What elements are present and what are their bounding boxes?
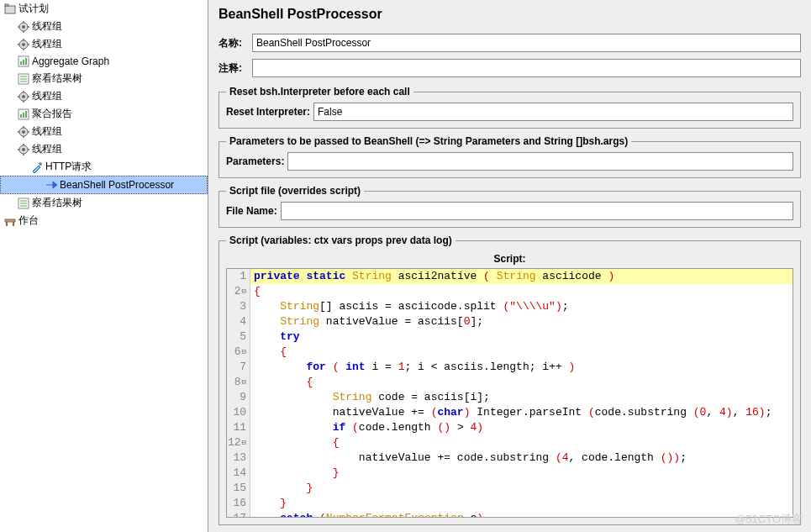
params-legend: Parameters to be passed to BeanShell (=>…: [226, 135, 631, 147]
tree-item-label: 线程组: [32, 142, 62, 156]
svg-rect-29: [20, 114, 22, 118]
params-label: Parameters:: [226, 155, 284, 167]
tree-item[interactable]: 聚合报告: [0, 105, 208, 123]
name-label: 名称:: [219, 36, 247, 50]
tree-item[interactable]: 线程组: [0, 87, 208, 105]
tree-item[interactable]: 线程组: [0, 35, 208, 53]
svg-rect-50: [6, 222, 8, 226]
svg-point-39: [22, 148, 25, 151]
arrow-icon: [45, 178, 58, 192]
tree-item[interactable]: 线程组: [0, 123, 208, 140]
svg-rect-30: [23, 113, 24, 118]
editor-code[interactable]: private static String ascii2native ( Str…: [250, 269, 793, 517]
file-fieldset: Script file (overrides script) File Name…: [219, 185, 801, 228]
report-icon: [17, 55, 30, 68]
reset-legend: Reset bsh.Interpreter before each call: [226, 86, 413, 97]
svg-point-9: [22, 43, 25, 46]
main-panel: BeanShell PostProcessor 名称: 注释: Reset bs…: [208, 0, 811, 532]
script-fieldset: Script (variables: ctx vars props prev d…: [219, 234, 801, 525]
tree-beanshell-postprocessor[interactable]: BeanShell PostProcessor: [0, 176, 208, 194]
gear-icon: [17, 90, 30, 103]
testplan-icon: [3, 3, 17, 16]
script-header: Script:: [226, 251, 793, 268]
workbench-icon: [3, 214, 17, 228]
tree-item-label: 聚合报告: [32, 107, 72, 121]
svg-point-23: [22, 95, 25, 98]
svg-rect-51: [13, 222, 14, 226]
tree-view-results-2[interactable]: 察看结果树: [0, 194, 208, 212]
reset-label: Reset Interpreter:: [226, 106, 310, 118]
file-input[interactable]: [281, 202, 793, 220]
reset-input[interactable]: [313, 103, 793, 121]
tree-icon: [17, 72, 30, 86]
svg-rect-16: [23, 60, 24, 65]
tree-http-request[interactable]: HTTP请求: [0, 158, 208, 176]
name-row: 名称:: [219, 34, 801, 52]
tree-item-label: 察看结果树: [32, 71, 82, 86]
gear-icon: [17, 125, 30, 139]
comment-label: 注释:: [219, 61, 247, 76]
tree-item[interactable]: 察看结果树: [0, 70, 208, 87]
tree-workbench[interactable]: 作台: [0, 212, 208, 229]
tree-selected-label: BeanShell PostProcessor: [60, 179, 174, 191]
svg-rect-1: [5, 4, 8, 6]
page-title: BeanShell PostProcessor: [213, 0, 806, 30]
tree-http-label: HTTP请求: [45, 160, 92, 174]
report-icon: [17, 108, 30, 121]
pipette-icon: [30, 161, 44, 174]
script-legend: Script (variables: ctx vars props prev d…: [226, 234, 456, 246]
tree-item-label: 线程组: [32, 124, 62, 139]
svg-rect-17: [25, 58, 27, 65]
comment-input[interactable]: [252, 59, 801, 77]
tree-item-label: 线程组: [32, 37, 62, 51]
params-fieldset: Parameters to be passed to BeanShell (=>…: [219, 135, 801, 178]
svg-rect-15: [20, 61, 22, 65]
file-legend: Script file (overrides script): [226, 185, 364, 197]
gear-icon: [17, 38, 30, 51]
tree-item-label: 线程组: [32, 89, 62, 103]
tree-item-label: 线程组: [32, 19, 62, 34]
editor-gutter: 12⊟3456⊟78⊟9101112⊟131415161718⊟192021: [227, 269, 250, 517]
tree-root[interactable]: 试计划: [0, 0, 208, 18]
comment-row: 注释:: [219, 59, 801, 77]
tree-item[interactable]: 线程组: [0, 140, 208, 158]
gear-icon: [17, 143, 30, 156]
svg-point-44: [39, 162, 42, 166]
reset-fieldset: Reset bsh.Interpreter before each call R…: [219, 86, 801, 129]
tree-view-results-2-label: 察看结果树: [32, 196, 82, 210]
tree-workbench-label: 作台: [18, 213, 39, 228]
svg-rect-0: [5, 6, 15, 13]
file-label: File Name:: [226, 205, 277, 217]
svg-point-3: [22, 25, 25, 29]
tree-panel: 试计划 线程组线程组Aggregate Graph察看结果树线程组聚合报告线程组…: [0, 0, 208, 532]
gear-icon: [17, 20, 30, 34]
tree-item-label: Aggregate Graph: [32, 55, 109, 67]
tree-item[interactable]: Aggregate Graph: [0, 53, 208, 70]
svg-rect-49: [5, 219, 15, 222]
params-input[interactable]: [287, 152, 793, 171]
tree-results-icon: [17, 197, 30, 210]
svg-point-33: [22, 130, 25, 134]
code-editor[interactable]: 12⊟3456⊟78⊟9101112⊟131415161718⊟192021 p…: [226, 268, 793, 518]
tree-item[interactable]: 线程组: [0, 18, 208, 35]
name-input[interactable]: [252, 34, 801, 52]
tree-root-label: 试计划: [18, 2, 49, 16]
svg-rect-31: [25, 111, 27, 118]
